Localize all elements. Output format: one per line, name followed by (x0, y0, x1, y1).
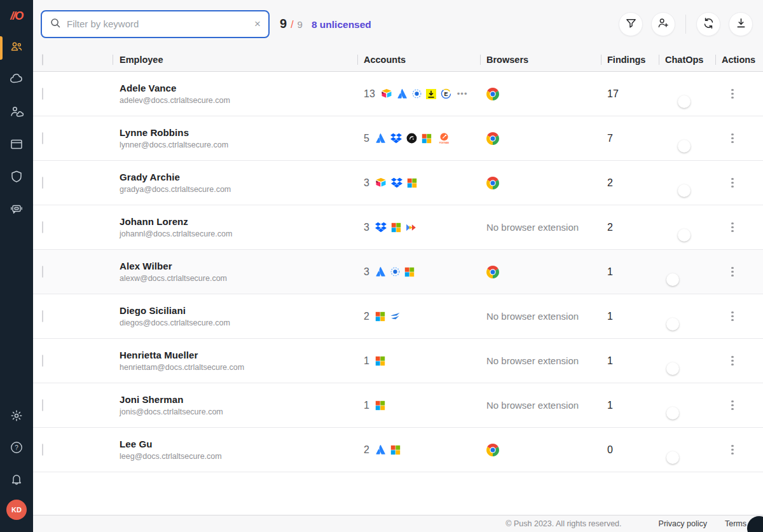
add-user-button[interactable] (651, 12, 675, 36)
microsoft-icon (422, 133, 432, 144)
chatops-column-header: ChatOps (665, 55, 722, 65)
search-input[interactable] (67, 18, 249, 29)
more-accounts-button[interactable]: ••• (457, 89, 468, 99)
svg-text:?: ? (15, 444, 18, 451)
privacy-policy-link[interactable]: Privacy policy (659, 519, 707, 528)
google-arrow-icon (406, 223, 416, 232)
accounts-cell: 1 (364, 400, 486, 411)
row-actions-menu[interactable] (722, 353, 738, 369)
count-shown: 9 (280, 17, 287, 31)
cloud-icon (9, 72, 24, 90)
sidebar-item-help[interactable]: ? (0, 433, 33, 465)
installer-icon (426, 89, 436, 99)
browsers-cell (486, 132, 607, 145)
row-actions-menu[interactable] (722, 264, 738, 280)
row-actions-menu[interactable] (722, 131, 738, 146)
sidebar-item-cloud[interactable] (0, 64, 33, 97)
sidebar-item-settings[interactable] (0, 401, 33, 433)
employee-email: gradya@docs.ctrlaltsecure.com (120, 185, 364, 194)
refresh-button[interactable] (696, 12, 720, 36)
chrome-icon (486, 88, 607, 100)
terms-link[interactable]: Terms (725, 519, 746, 528)
dropbox-icon (390, 133, 402, 144)
topbar-divider (685, 15, 686, 34)
sidebar-item-notifications[interactable] (0, 465, 33, 496)
browsers-cell (486, 177, 607, 189)
row-checkbox[interactable] (42, 266, 43, 278)
microsoft-icon (390, 445, 401, 455)
wave-icon (390, 312, 401, 320)
count-total: 9 (298, 19, 303, 30)
microsoft-icon (404, 267, 415, 277)
row-actions-menu[interactable] (722, 220, 738, 235)
clear-search-icon[interactable]: × (254, 18, 261, 29)
accounts-count: 5 (364, 133, 369, 144)
row-checkbox[interactable] (42, 221, 43, 233)
topbar: × 9 / 9 8 unlicensed (33, 0, 763, 48)
row-actions-menu[interactable] (722, 309, 738, 324)
people-icon (9, 39, 24, 57)
row-checkbox[interactable] (42, 88, 43, 100)
browser-window-icon (9, 137, 24, 154)
accounts-count: 1 (364, 355, 369, 367)
row-actions-menu[interactable] (722, 175, 738, 191)
accounts-count: 2 (364, 311, 369, 322)
unlicensed-link[interactable]: 8 unlicensed (312, 19, 371, 31)
employee-email: alexw@docs.ctrlaltsecure.com (120, 274, 364, 283)
sidebar-item-employees[interactable] (0, 32, 33, 64)
sidebar-item-chatbot[interactable] (0, 194, 33, 226)
target-icon (390, 267, 400, 276)
mailchimp-icon (406, 133, 417, 144)
sidebar-nav (0, 32, 33, 226)
copyright-text: © Push 2023. All rights reserved. (505, 519, 621, 528)
select-all-checkbox[interactable] (42, 54, 43, 65)
employees-table: Employee Accounts Browsers Findings Chat… (33, 48, 763, 515)
employee-name: Lee Gu (120, 439, 364, 449)
row-actions-menu[interactable] (722, 442, 738, 458)
employee-name: Grady Archie (120, 172, 364, 182)
sidebar-item-security[interactable] (0, 161, 33, 194)
filter-button[interactable] (619, 12, 643, 36)
no-browser-extension-text: No browser extension (486, 222, 579, 233)
chrome-icon (486, 177, 607, 189)
browsers-cell: No browser extension (486, 400, 607, 411)
footer: © Push 2023. All rights reserved. Privac… (33, 515, 763, 532)
airtable-icon (375, 178, 387, 188)
row-actions-menu[interactable] (722, 398, 738, 413)
employee-name: Diego Siciliani (120, 305, 364, 316)
download-button[interactable] (729, 12, 753, 36)
toggle-knob (678, 95, 691, 108)
sidebar-item-apps[interactable] (0, 129, 33, 161)
row-checkbox[interactable] (42, 310, 43, 322)
row-checkbox[interactable] (42, 399, 43, 411)
browsers-cell: No browser extension (486, 311, 607, 322)
employee-name: Lynne Robbins (120, 127, 364, 138)
accounts-count: 3 (364, 266, 369, 278)
table-row: Lee Gu leeg@docs.ctrlaltsecure.com 2 0 (33, 428, 763, 472)
row-checkbox[interactable] (42, 132, 43, 144)
atlassian-icon (375, 133, 386, 144)
row-checkbox[interactable] (42, 177, 43, 189)
employee-email: henriettam@docs.ctrlaltsecure.com (120, 363, 364, 372)
table-row: Grady Archie gradya@docs.ctrlaltsecure.c… (33, 161, 763, 205)
row-checkbox[interactable] (42, 444, 43, 456)
findings-count: 1 (607, 266, 665, 278)
refresh-icon (703, 17, 715, 31)
user-avatar[interactable]: KD (6, 500, 27, 520)
row-checkbox[interactable] (42, 355, 43, 367)
browsers-cell: No browser extension (486, 355, 607, 367)
employee-email: jonis@docs.ctrlaltsecure.com (120, 407, 364, 416)
table-row: Adele Vance adelev@docs.ctrlaltsecure.co… (33, 72, 763, 116)
browsers-column-header: Browsers (486, 55, 607, 65)
filter-icon (625, 17, 637, 31)
sidebar-item-identities[interactable] (0, 97, 33, 129)
dropbox-icon (391, 177, 402, 188)
microsoft-icon (375, 311, 385, 322)
toggle-knob (666, 318, 679, 331)
findings-count: 17 (607, 88, 665, 100)
row-actions-menu[interactable] (722, 86, 738, 102)
accounts-count: 13 (364, 88, 375, 100)
accounts-cell: 2 (364, 444, 486, 456)
microsoft-icon (375, 356, 385, 366)
microsoft-icon (407, 178, 417, 188)
